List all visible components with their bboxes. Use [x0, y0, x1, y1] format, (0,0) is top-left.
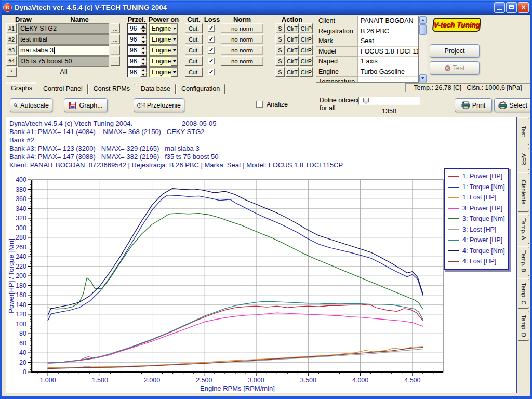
action-s-button[interactable]: S	[275, 34, 285, 44]
action-clrp-button[interactable]: ClrP	[300, 67, 313, 77]
loss-checkbox[interactable]: ✓	[208, 25, 215, 32]
row-index-button[interactable]: #1	[6, 23, 17, 33]
action-clrt-button[interactable]: ClrT	[286, 67, 299, 77]
action-clrp-button[interactable]: ClrP	[300, 34, 313, 44]
client-field-value[interactable]: PANAIT BOGDAN	[358, 16, 418, 26]
action-s-button[interactable]: S	[275, 45, 285, 55]
client-field-value[interactable]: FOCUS 1.8 TDCI 115CP	[358, 47, 418, 57]
przel-spinner[interactable]: 96	[127, 34, 147, 45]
action-s-button[interactable]: S	[275, 67, 285, 77]
norm-button[interactable]: no norm	[221, 34, 263, 44]
loss-checkbox[interactable]: ✓	[208, 58, 215, 64]
action-clrt-button[interactable]: ClrT	[286, 45, 299, 55]
cutoff-slider-thumb[interactable]	[363, 98, 369, 104]
test-button[interactable]: Test	[430, 61, 480, 75]
action-clrt-button[interactable]: ClrT	[286, 56, 299, 66]
spin-up-button[interactable]	[140, 35, 147, 39]
spin-up-button[interactable]	[140, 57, 147, 61]
side-tab-cisnienie[interactable]: Cisnienie	[518, 172, 529, 212]
side-tab-afr[interactable]: AFR	[518, 148, 529, 170]
side-tab-temp-c[interactable]: Temp. C	[518, 278, 529, 309]
scroll-up-button[interactable]	[419, 16, 427, 24]
tab-const-rpms[interactable]: Const RPMs	[88, 84, 135, 94]
loss-checkbox[interactable]: ✓	[208, 36, 215, 43]
action-clrp-button[interactable]: ClrP	[300, 23, 313, 33]
power-on-select[interactable]: Engine	[149, 45, 178, 56]
cut-button[interactable]: Cut.	[185, 45, 203, 55]
client-field-value[interactable]	[358, 77, 418, 83]
dropdown-button[interactable]	[171, 35, 178, 44]
power-on-select[interactable]: Engine	[149, 23, 178, 34]
przelozenie-button[interactable]: Przelozenie	[134, 98, 184, 112]
spin-down-button[interactable]	[140, 50, 147, 55]
spin-down-button[interactable]	[140, 29, 147, 33]
browse-button[interactable]: ...	[111, 45, 120, 55]
client-field-value[interactable]: Turbo Gasoline	[358, 67, 418, 77]
tab-control-panel[interactable]: Control Panel	[38, 84, 88, 94]
action-clrt-button[interactable]: ClrT	[286, 23, 299, 33]
spin-down-button[interactable]	[140, 39, 147, 44]
minimize-button[interactable]	[494, 2, 505, 13]
scroll-down-button[interactable]	[419, 74, 427, 82]
client-field-value[interactable]: 1 axis	[358, 57, 418, 67]
maximize-button[interactable]	[506, 2, 517, 13]
dropdown-button[interactable]	[171, 68, 178, 77]
project-button[interactable]: Project	[430, 44, 480, 58]
przel-spinner[interactable]: 96	[127, 23, 147, 34]
analize-checkbox[interactable]	[256, 101, 263, 108]
autoscale-button[interactable]: A Autoscale	[10, 98, 52, 112]
power-on-select[interactable]: Engine	[149, 34, 178, 45]
close-button[interactable]: ×	[518, 2, 529, 13]
cutoff-slider[interactable]	[358, 97, 420, 105]
side-tab-temp-d[interactable]: Temp. D	[518, 311, 529, 341]
browse-button[interactable]: ...	[111, 34, 120, 44]
action-clrp-button[interactable]: ClrP	[300, 56, 313, 66]
row-index-button[interactable]: #4	[6, 56, 17, 66]
row-index-button[interactable]: *	[6, 67, 17, 77]
run-name-field[interactable]: CEKY STG2	[18, 23, 109, 34]
przel-spinner[interactable]: 96	[127, 45, 147, 56]
run-name-field[interactable]: f35 ts 75 boost 50	[18, 56, 109, 66]
spin-up-button[interactable]	[140, 46, 147, 50]
row-index-button[interactable]: #2	[6, 34, 17, 44]
action-clrp-button[interactable]: ClrP	[300, 45, 313, 55]
norm-button[interactable]: no norm	[221, 56, 263, 66]
run-name-field[interactable]: test initial	[18, 34, 109, 45]
action-s-button[interactable]: S	[275, 23, 285, 33]
row-index-button[interactable]: #3	[6, 45, 17, 55]
print-button[interactable]: Print	[455, 98, 492, 112]
side-tab-temp-a[interactable]: Temp. A	[518, 214, 529, 244]
cut-button[interactable]: Cut.	[185, 34, 203, 44]
cut-button[interactable]: Cut.	[185, 56, 203, 66]
tab-data-base[interactable]: Data base	[136, 84, 176, 94]
cut-button[interactable]: Cut.	[185, 23, 203, 33]
side-tab-temp-b[interactable]: Temp. B	[518, 246, 529, 276]
przel-spinner[interactable]: 96	[127, 56, 147, 66]
client-field-value[interactable]: B 26 PBC	[358, 26, 418, 37]
tab-configuration[interactable]: Configuration	[176, 84, 225, 94]
spin-down-button[interactable]	[140, 72, 147, 77]
client-field-value[interactable]: Seat	[358, 36, 418, 47]
graph-button[interactable]: Graph...	[64, 98, 108, 112]
run-name-field[interactable]: mai slaba 3	[18, 45, 109, 56]
loss-checkbox[interactable]: ✓	[208, 47, 215, 54]
scroll-thumb[interactable]	[419, 24, 427, 35]
action-clrt-button[interactable]: ClrT	[286, 34, 299, 44]
power-on-select[interactable]: Engine	[149, 67, 178, 77]
side-tab-test[interactable]: Test	[518, 117, 529, 145]
przel-spinner[interactable]: 96	[127, 67, 147, 77]
action-s-button[interactable]: S	[275, 56, 285, 66]
browse-button[interactable]: ...	[111, 56, 120, 66]
dropdown-button[interactable]	[171, 46, 178, 55]
dropdown-button[interactable]	[171, 57, 178, 66]
spin-down-button[interactable]	[140, 61, 147, 66]
loss-checkbox[interactable]: ✓	[208, 69, 215, 75]
spin-up-button[interactable]	[140, 24, 147, 29]
norm-button[interactable]: no norm	[221, 45, 263, 55]
spin-up-button[interactable]	[140, 68, 147, 72]
dropdown-button[interactable]	[171, 24, 178, 33]
power-on-select[interactable]: Engine	[149, 56, 178, 66]
norm-button[interactable]: no norm	[221, 23, 263, 33]
client-scrollbar[interactable]	[419, 16, 427, 83]
cut-button[interactable]: Cut.	[185, 67, 203, 77]
